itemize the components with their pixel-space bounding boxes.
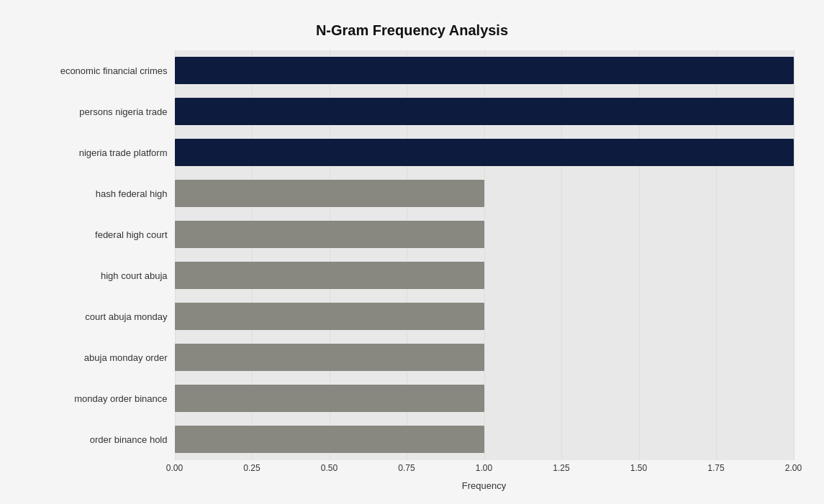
bar-row [175, 50, 794, 91]
bar-row [175, 91, 794, 132]
y-label: hash federal high [31, 173, 168, 214]
y-label: persons nigeria trade [31, 91, 168, 132]
chart-title: N-Gram Frequency Analysis [31, 22, 794, 39]
bar-federal-high-court [175, 221, 484, 248]
bars-column [175, 50, 794, 460]
x-tick-label: 0.25 [243, 463, 260, 473]
x-tick-label: 2.00 [785, 463, 802, 473]
bar-court-abuja-monday [175, 303, 484, 330]
y-label: court abuja monday [31, 296, 168, 337]
chart-container: N-Gram Frequency Analysis economic finan… [17, 8, 808, 497]
x-tick-label: 0.50 [321, 463, 338, 473]
chart-area: economic financial crimespersons nigeria… [31, 50, 794, 453]
bar-row [175, 378, 794, 419]
x-tick-label: 1.25 [553, 463, 569, 473]
bar-monday-order-binance [175, 385, 484, 412]
y-label: nigeria trade platform [31, 132, 168, 173]
bar-row [175, 255, 794, 296]
bar-hash-federal-high [175, 180, 484, 207]
bar-row [175, 337, 794, 378]
y-label: federal high court [31, 214, 168, 255]
bar-row [175, 173, 794, 214]
bar-nigeria-trade-platform [175, 139, 794, 166]
y-label: abuja monday order [31, 337, 168, 378]
bar-high-court-abuja [175, 262, 484, 289]
x-tick-label: 1.75 [707, 463, 724, 473]
bar-abuja-monday-order [175, 344, 484, 371]
bar-order-binance-hold [175, 426, 484, 453]
bar-row [175, 214, 794, 255]
bar-row [175, 132, 794, 173]
x-tick-label: 1.00 [476, 463, 492, 473]
bar-row [175, 419, 794, 460]
grid-and-bars: economic financial crimespersons nigeria… [31, 50, 794, 460]
x-tick-label: 1.50 [630, 463, 647, 473]
y-label: high court abuja [31, 255, 168, 296]
y-label: monday order binance [31, 378, 168, 419]
y-label: economic financial crimes [31, 50, 168, 91]
bar-economic-financial-crimes [175, 57, 794, 84]
bar-row [175, 296, 794, 337]
x-axis-label: Frequency [175, 480, 794, 491]
x-tick-label: 0.00 [166, 463, 183, 473]
y-labels: economic financial crimespersons nigeria… [31, 50, 175, 460]
bar-persons-nigeria-trade [175, 98, 794, 125]
x-tick-label: 0.75 [398, 463, 415, 473]
bars-and-grid [175, 50, 794, 460]
grid-line [794, 50, 794, 460]
y-label: order binance hold [31, 419, 168, 460]
